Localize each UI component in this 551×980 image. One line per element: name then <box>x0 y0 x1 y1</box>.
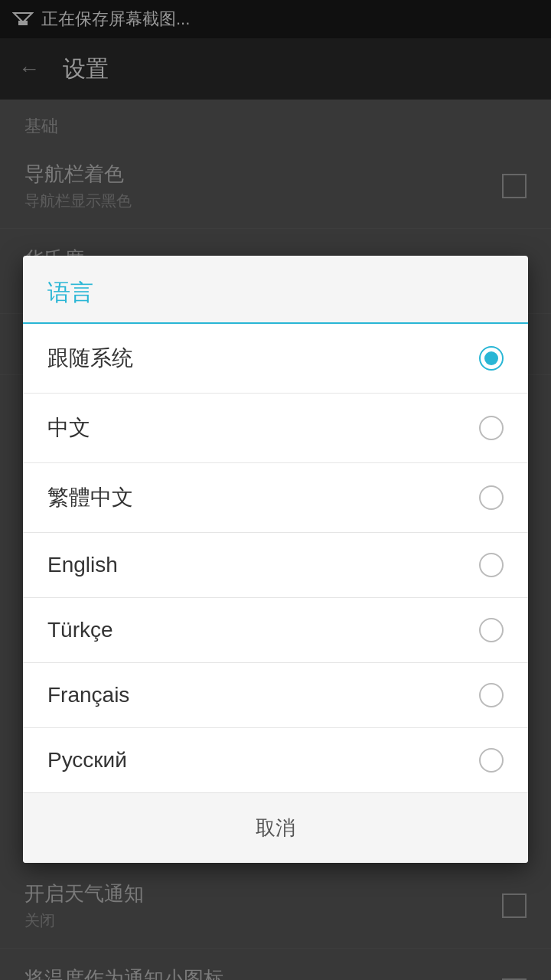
option-turkish-radio[interactable] <box>479 618 504 642</box>
option-follow-system-label: 跟随系统 <box>47 344 133 373</box>
option-turkish[interactable]: Türkçe <box>23 598 528 663</box>
dialog-overlay: 语言 跟随系统 中文 繁體中文 English Türkçe <box>0 0 551 980</box>
option-chinese-radio[interactable] <box>479 416 504 440</box>
option-french-radio[interactable] <box>479 683 504 707</box>
option-french-label: Français <box>47 683 129 707</box>
option-french[interactable]: Français <box>23 663 528 728</box>
option-english-radio[interactable] <box>479 553 504 577</box>
option-follow-system-radio[interactable] <box>479 346 504 371</box>
option-traditional-chinese[interactable]: 繁體中文 <box>23 463 528 533</box>
cancel-button[interactable]: 取消 <box>23 792 528 863</box>
option-russian-radio[interactable] <box>479 748 504 773</box>
option-traditional-chinese-radio[interactable] <box>479 485 504 510</box>
option-traditional-chinese-label: 繁體中文 <box>47 483 133 512</box>
option-follow-system[interactable]: 跟随系统 <box>23 324 528 394</box>
dialog-title: 语言 <box>23 256 528 324</box>
option-turkish-label: Türkçe <box>47 618 113 642</box>
option-chinese[interactable]: 中文 <box>23 394 528 463</box>
dialog-options-list: 跟随系统 中文 繁體中文 English Türkçe Français <box>23 324 528 792</box>
option-chinese-label: 中文 <box>47 413 90 443</box>
option-english-label: English <box>47 553 118 577</box>
language-dialog: 语言 跟随系统 中文 繁體中文 English Türkçe <box>23 256 528 863</box>
option-russian[interactable]: Русский <box>23 728 528 792</box>
option-english[interactable]: English <box>23 533 528 598</box>
option-russian-label: Русский <box>47 748 127 773</box>
